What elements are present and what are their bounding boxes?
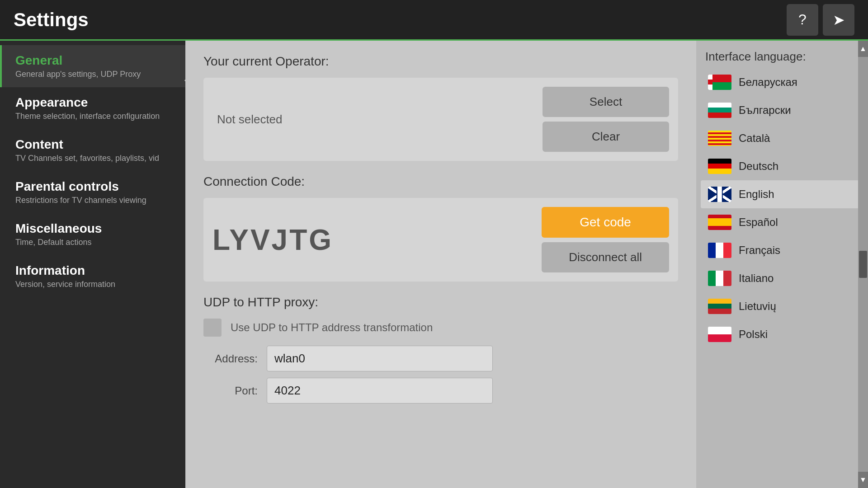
flag-bg [708, 103, 731, 118]
get-code-button[interactable]: Get code [542, 207, 669, 238]
flag-ca [708, 131, 731, 146]
flag-fr [708, 243, 731, 258]
flag-es [708, 215, 731, 230]
language-name-bg: Български [739, 104, 791, 117]
flag-by [708, 75, 731, 90]
sidebar-item-title-appearance: Appearance [15, 95, 172, 110]
share-button[interactable]: ➤ [823, 4, 854, 36]
language-item-it[interactable]: Italiano [701, 264, 863, 292]
sidebar-item-subtitle-parental: Restrictions for TV channels viewing [15, 196, 172, 205]
sidebar: General General app's settings, UDP Prox… [0, 41, 185, 488]
clear-button[interactable]: Clear [542, 122, 669, 152]
language-item-fr[interactable]: Français [701, 236, 863, 264]
sidebar-item-title-parental: Parental controls [15, 179, 172, 194]
language-item-lt[interactable]: Lietuvių [701, 292, 863, 320]
language-name-fr: Français [739, 244, 780, 257]
language-item-by[interactable]: Беларуская [701, 68, 863, 96]
connection-buttons: Get code Disconnect all [542, 207, 669, 272]
sidebar-item-content[interactable]: Content TV Channels set, favorites, play… [0, 129, 185, 171]
sidebar-item-general[interactable]: General General app's settings, UDP Prox… [0, 45, 185, 87]
operator-section-title: Your current Operator: [203, 54, 678, 69]
address-field-row: Address: [203, 346, 678, 371]
language-item-es[interactable]: Español [701, 208, 863, 236]
sidebar-item-subtitle-appearance: Theme selection, interface configuration [15, 112, 172, 121]
udp-section-title: UDP to HTTP proxy: [203, 295, 678, 310]
udp-section: UDP to HTTP proxy: Use UDP to HTTP addre… [203, 295, 678, 404]
sidebar-item-subtitle-content: TV Channels set, favorites, playlists, v… [15, 154, 172, 163]
header: Settings ? ➤ [0, 0, 868, 41]
flag-lt [708, 299, 731, 314]
language-item-en[interactable]: English [701, 180, 863, 208]
sidebar-item-title-general: General [15, 53, 172, 68]
select-button[interactable]: Select [542, 87, 669, 117]
flag-en [708, 187, 731, 202]
page-title: Settings [14, 9, 89, 31]
scroll-up-arrow[interactable]: ▲ [858, 41, 868, 57]
sidebar-item-title-miscellaneous: Miscellaneous [15, 221, 172, 236]
content-area: Your current Operator: Not selected Sele… [185, 41, 696, 488]
operator-section: Your current Operator: Not selected Sele… [203, 54, 678, 161]
sidebar-item-information[interactable]: Information Version, service information [0, 255, 185, 297]
language-item-pl[interactable]: Polski [701, 320, 863, 348]
language-item-de[interactable]: Deutsch [701, 152, 863, 180]
udp-checkbox-row: Use UDP to HTTP address transformation [203, 319, 678, 337]
sidebar-item-appearance[interactable]: Appearance Theme selection, interface co… [0, 87, 185, 129]
language-item-bg[interactable]: Български [701, 96, 863, 124]
connection-box: LYVJTG Get code Disconnect all [203, 198, 678, 282]
operator-status: Not selected [212, 87, 533, 152]
language-panel-title: Interface language: [696, 41, 868, 68]
flag-it [708, 271, 731, 286]
port-field-row: Port: [203, 378, 678, 404]
port-input[interactable] [267, 378, 493, 404]
connection-code-section: Connection Code: LYVJTG Get code Disconn… [203, 174, 678, 282]
language-name-by: Беларуская [739, 76, 797, 89]
connection-code-title: Connection Code: [203, 174, 678, 189]
language-name-lt: Lietuvių [739, 300, 776, 313]
sidebar-item-subtitle-miscellaneous: Time, Default actions [15, 238, 172, 247]
disconnect-all-button[interactable]: Disconnect all [542, 242, 669, 272]
scroll-down-arrow[interactable]: ▼ [858, 472, 868, 488]
language-name-en: English [739, 188, 774, 201]
help-button[interactable]: ? [787, 4, 818, 36]
sidebar-item-subtitle-information: Version, service information [15, 280, 172, 289]
sidebar-item-parental[interactable]: Parental controls Restrictions for TV ch… [0, 171, 185, 213]
sidebar-item-subtitle-general: General app's settings, UDP Proxy [15, 70, 172, 79]
operator-row: Not selected Select Clear [203, 78, 678, 161]
header-actions: ? ➤ [787, 4, 854, 36]
sidebar-item-title-content: Content [15, 137, 172, 152]
flag-pl [708, 327, 731, 342]
language-name-ca: Català [739, 132, 770, 145]
language-list: Беларуская Български Català Deutsch Engl… [696, 68, 868, 488]
connection-code-value: LYVJTG [212, 223, 533, 257]
language-name-pl: Polski [739, 328, 768, 341]
language-name-de: Deutsch [739, 160, 778, 173]
language-panel: Interface language: Беларуская Български… [696, 41, 868, 488]
language-name-es: Español [739, 216, 778, 229]
address-input[interactable] [267, 346, 493, 371]
sidebar-item-miscellaneous[interactable]: Miscellaneous Time, Default actions [0, 213, 185, 255]
address-label: Address: [203, 352, 258, 365]
language-name-it: Italiano [739, 272, 774, 285]
udp-checkbox[interactable] [203, 319, 222, 337]
operator-buttons: Select Clear [542, 87, 669, 152]
sidebar-item-title-information: Information [15, 263, 172, 278]
flag-de [708, 159, 731, 174]
language-item-ca[interactable]: Català [701, 124, 863, 152]
main-layout: General General app's settings, UDP Prox… [0, 41, 868, 488]
scroll-thumb [859, 251, 867, 278]
port-label: Port: [203, 385, 258, 397]
udp-checkbox-label: Use UDP to HTTP address transformation [231, 321, 433, 334]
language-scrollbar[interactable]: ▲ ▼ [858, 41, 868, 488]
